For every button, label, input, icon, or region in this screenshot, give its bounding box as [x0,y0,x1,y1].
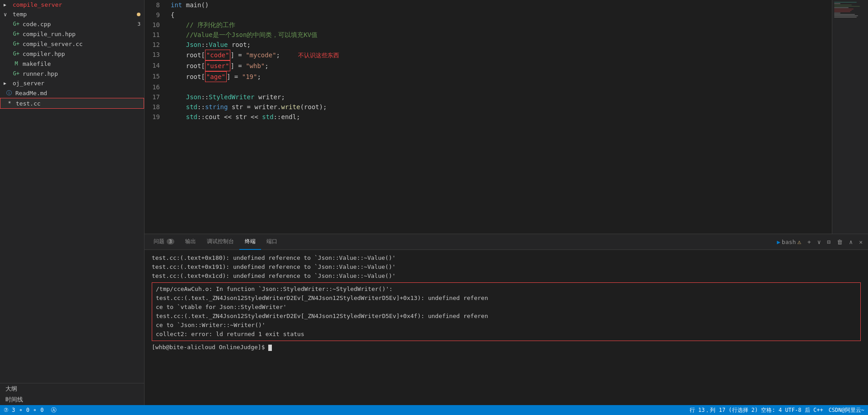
tab-badge: 3 [167,239,174,244]
sidebar-item-temp[interactable]: ∨ temp [0,9,144,19]
sidebar-item-label: temp [13,11,27,18]
chevron-down-icon[interactable]: ∨ [816,238,823,246]
status-git: ⑦ 3 ⚬ 0 ⚬ 0 [4,407,44,413]
sidebar-item-label: oj_server [13,80,44,87]
sidebar-item-readme[interactable]: ⓘ ReadMe.md [0,88,144,98]
line-number: 19 [145,112,167,122]
file-label: compile_run.hpp [23,31,75,37]
code-line: 11 //Value是一个Json的中间类，可以填充KV值 [145,30,832,40]
sidebar-item-compile-server-cc[interactable]: G+ compile_server.cc [0,39,144,49]
line-number: 8 [145,0,167,10]
file-label: compiler.hpp [23,51,65,57]
chevron-icon: ▶ [4,2,11,7]
code-line: 9 { [145,10,832,20]
line-number: 10 [145,20,167,30]
timeline-label: 时间线 [5,396,23,404]
line-number: 16 [145,82,167,92]
status-right: 行 13，列 17 (行选择 2) 空格: 4 UTF-8 后 C++ CSDN… [690,406,864,414]
annotation: 不认识这些东西 [298,52,339,59]
error-highlight-block: /tmp/cceAwCuh.o: In function `Json::Styl… [152,282,861,341]
warning-icon: ⚠ [797,238,801,245]
line-number: 17 [145,92,167,102]
line-number: 15 [145,71,167,82]
terminal-panel: 问题 3 输出 调试控制台 终端 端口 ▶ ba [145,234,868,405]
git-icon: G+ [13,20,20,28]
code-editor[interactable]: 8 int main() 9 { 10 // 序列化的工作 [145,0,832,234]
tab-terminal[interactable]: 终端 [239,234,261,250]
terminal-tabs: 问题 3 输出 调试控制台 终端 端口 ▶ ba [145,234,868,250]
terminal-content[interactable]: test.cc:(.text+0x180): undefined referen… [145,250,868,405]
sidebar-item-label: compile_server [13,1,62,8]
info-icon: ⓘ [5,89,13,97]
terminal-actions: ▶ bash ⚠ + ∨ ⊟ 🗑 ∧ ✕ [775,237,864,246]
terminal-prompt: [whb@bite-alicloud OnlineJudge]$ [152,344,268,350]
sidebar-item-runner-hpp[interactable]: G+ runner.hpp [0,69,144,78]
code-line: 14 root["user"] = "whb"; [145,60,832,71]
code-editor-wrapper: 8 int main() 9 { 10 // 序列化的工作 [145,0,868,234]
split-terminal-button[interactable]: ⊟ [826,238,833,246]
code-line: 17 Json::StyledWriter writer; [145,92,832,102]
line-content: root["age"] = "19"; [167,71,832,82]
sidebar: ▶ compile_server ∨ temp G+ code.cpp 3 G+… [0,0,145,405]
line-content: Json::StyledWriter writer; [167,92,832,102]
minimap [832,0,868,234]
code-lines: 8 int main() 9 { 10 // 序列化的工作 [145,0,832,122]
chevron-icon: ▶ [4,81,11,86]
code-line: 16 [145,82,832,92]
file-label: code.cpp [23,21,51,28]
line-content: Json::Value root; [167,40,832,50]
status-position: 行 13，列 17 (行选择 2) 空格: 4 UTF-8 后 C++ [690,406,823,414]
maximize-panel-button[interactable]: ∧ [847,238,854,246]
code-line: 12 Json::Value root; [145,40,832,50]
outline-label: 大纲 [5,385,17,393]
tab-label: 终端 [245,238,256,245]
git-icon: G+ [13,70,20,77]
terminal-line: test.cc:(.text._ZN4Json12StyledWriterD2E… [156,312,857,321]
terminal-line: collect2: error: ld returned 1 exit stat… [156,330,857,339]
sidebar-item-compiler-hpp[interactable]: G+ compiler.hpp [0,49,144,59]
file-label: test.cc [16,100,41,107]
sidebar-item-code-cpp[interactable]: G+ code.cpp 3 [0,19,144,29]
line-number: 13 [145,50,167,60]
tab-label: 输出 [185,238,196,245]
line-number: 12 [145,40,167,50]
code-line: 18 std::string str = writer.write(root); [145,102,832,112]
git-icon: G+ [13,50,20,57]
line-content: { [167,10,832,20]
file-badge: 3 [133,21,140,27]
play-icon: ▶ [777,239,780,245]
sidebar-item-test-cc[interactable]: * test.cc [0,98,144,109]
code-line: 15 root["age"] = "19"; [145,71,832,82]
status-bar: ⑦ 3 ⚬ 0 ⚬ 0 Ⓐ 行 13，列 17 (行选择 2) 空格: 4 UT… [0,405,868,415]
sidebar-item-oj-server[interactable]: ▶ oj_server [0,78,144,88]
tab-problems[interactable]: 问题 3 [148,234,180,250]
delete-terminal-button[interactable]: 🗑 [835,238,845,246]
tab-label: 问题 [154,238,164,245]
tab-debug-console[interactable]: 调试控制台 [201,234,239,250]
file-label: runner.hpp [23,70,58,77]
file-label: compile_server.cc [23,41,83,47]
close-panel-button[interactable]: ✕ [857,238,864,246]
add-terminal-button[interactable]: + [806,238,813,246]
line-content: //Value是一个Json的中间类，可以填充KV值 [167,30,832,40]
code-line: 8 int main() [145,0,832,10]
line-content: // 序列化的工作 [167,20,832,30]
line-number: 14 [145,60,167,71]
line-content: root["code"] = "mycode";不认识这些东西 [167,50,832,60]
line-number: 18 [145,102,167,112]
tab-ports[interactable]: 端口 [261,234,283,250]
sidebar-item-makefile[interactable]: M makefile [0,59,144,69]
line-number: 11 [145,30,167,40]
tab-output[interactable]: 输出 [180,234,201,250]
sidebar-item-outline[interactable]: 大纲 [0,383,144,394]
sidebar-item-compile-run-hpp[interactable]: G+ compile_run.hpp [0,29,144,39]
sidebar-item-compile-server[interactable]: ▶ compile_server [0,0,144,9]
git-icon: G+ [13,30,20,37]
terminal-cursor [268,345,272,351]
chevron-icon: ∨ [4,11,11,18]
sidebar-item-timeline[interactable]: 时间线 [0,394,144,405]
terminal-line: test.cc:(.text._ZN4Json12StyledWriterD2E… [156,294,857,303]
tab-label: 端口 [266,238,277,245]
status-sync: Ⓐ [51,406,56,414]
code-line: 19 std::cout << str << std::endl; [145,112,832,122]
